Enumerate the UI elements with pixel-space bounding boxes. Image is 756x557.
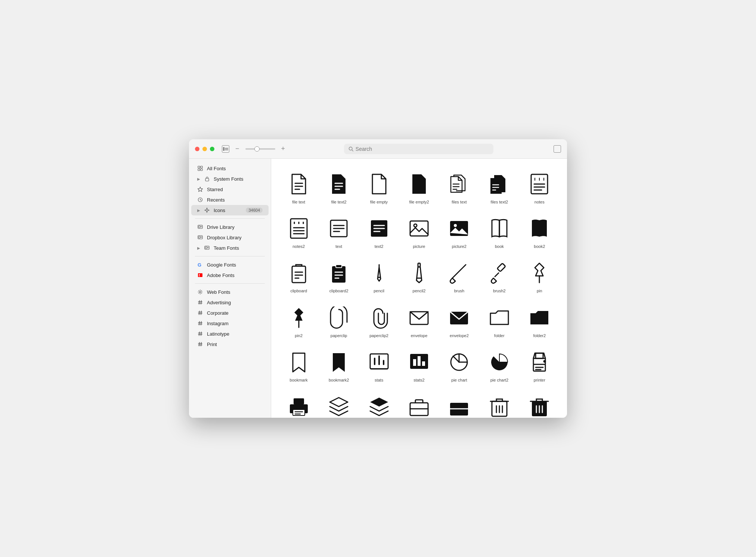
- search-input[interactable]: [356, 146, 489, 152]
- icon-label: files text: [452, 200, 467, 205]
- zoom-plus-button[interactable]: +: [280, 145, 287, 153]
- sidebar-item-print[interactable]: Print: [191, 339, 269, 349]
- sidebar-item-web-fonts[interactable]: Web Fonts: [191, 287, 269, 297]
- sidebar-item-label: Print: [207, 342, 217, 347]
- icon-item-pencil[interactable]: pencil: [360, 255, 397, 296]
- hash-icon-5: [197, 341, 203, 347]
- icon-item-pie-chart[interactable]: pie chart: [441, 344, 478, 386]
- icon-preview: [486, 304, 513, 331]
- sidebar-item-google-fonts[interactable]: G Google Fonts: [191, 259, 269, 270]
- sidebar-toggle-button[interactable]: [222, 145, 229, 153]
- svg-line-5: [352, 150, 353, 151]
- icon-item-trash2[interactable]: trash2: [521, 389, 558, 418]
- chevron-right-icon: ▶: [197, 177, 200, 181]
- icon-label: pie chart: [451, 378, 467, 383]
- grid-icon: [197, 165, 203, 171]
- icon-item-clipboard2[interactable]: clipboard2: [320, 255, 357, 296]
- icon-item-brush[interactable]: brush: [441, 255, 478, 296]
- zoom-slider[interactable]: [245, 148, 275, 150]
- icon-item-trash[interactable]: trash: [481, 389, 518, 418]
- icon-item-brush2[interactable]: brush2: [481, 255, 518, 296]
- sidebar-item-label: Icons: [214, 208, 225, 213]
- icon-item-pencil2[interactable]: pencil2: [400, 255, 437, 296]
- layout-toggle-button[interactable]: [554, 145, 561, 153]
- team-icon: [204, 245, 210, 251]
- titlebar: − +: [189, 139, 567, 159]
- icon-item-folder2[interactable]: folder2: [521, 300, 558, 341]
- icon-item-book2[interactable]: book2: [521, 211, 558, 252]
- icon-item-layers[interactable]: layers: [320, 389, 357, 418]
- zoom-minus-button[interactable]: −: [234, 145, 241, 153]
- close-button[interactable]: [195, 147, 199, 151]
- svg-line-48: [201, 342, 201, 346]
- sidebar-item-icons[interactable]: ▶ Icons 34604: [191, 205, 269, 215]
- icon-item-stats[interactable]: stats: [360, 344, 397, 386]
- icon-preview: [325, 171, 352, 197]
- icon-item-bookmark2[interactable]: bookmark2: [320, 344, 357, 386]
- icon-item-text2[interactable]: text2: [360, 211, 397, 252]
- icon-preview: [406, 393, 433, 418]
- sidebar-libraries-section: Drive Library Dropbox Library ▶ Team Fon…: [189, 222, 271, 253]
- icon-item-pie-chart2[interactable]: pie chart2: [481, 344, 518, 386]
- chevron-right-icon: ▶: [197, 208, 200, 212]
- search-bar[interactable]: [344, 144, 493, 154]
- sidebar-item-all-fonts[interactable]: All Fonts: [191, 163, 269, 174]
- icon-item-text[interactable]: text: [320, 211, 357, 252]
- sidebar-item-recents[interactable]: Recents: [191, 195, 269, 205]
- svg-line-14: [200, 200, 201, 200]
- sidebar-item-label: Adobe Fonts: [207, 273, 235, 278]
- icon-item-briefcase2[interactable]: briefcase2: [441, 389, 478, 418]
- icon-label: book: [495, 244, 504, 249]
- icon-item-pin2[interactable]: pin2: [280, 300, 317, 341]
- sidebar-item-system-fonts[interactable]: ▶ System Fonts: [191, 174, 269, 184]
- icon-item-layers2[interactable]: layers2: [360, 389, 397, 418]
- icon-item-printer2[interactable]: printer2: [280, 389, 317, 418]
- icon-item-file-text[interactable]: file text: [280, 166, 317, 208]
- icon-preview: [486, 349, 513, 376]
- svg-rect-124: [293, 410, 305, 416]
- icon-item-file-empty2[interactable]: file empty2: [400, 166, 437, 208]
- icon-item-printer[interactable]: printer: [521, 344, 558, 386]
- icon-item-paperclip2[interactable]: paperclip2: [360, 300, 397, 341]
- sidebar-item-dropbox-library[interactable]: Dropbox Library: [191, 232, 269, 243]
- svg-rect-70: [291, 219, 307, 238]
- svg-line-35: [199, 311, 199, 315]
- icon-item-clipboard[interactable]: clipboard: [280, 255, 317, 296]
- icon-item-file-empty[interactable]: file empty: [360, 166, 397, 208]
- icon-item-notes[interactable]: notes: [521, 166, 558, 208]
- icon-item-bookmark[interactable]: bookmark: [280, 344, 317, 386]
- maximize-button[interactable]: [210, 147, 214, 151]
- icon-item-notes2[interactable]: notes2: [280, 211, 317, 252]
- minimize-button[interactable]: [202, 147, 207, 151]
- sidebar-item-instagram[interactable]: Instagram: [191, 318, 269, 329]
- adobe-icon: f: [197, 272, 203, 278]
- icon-item-picture[interactable]: picture: [400, 211, 437, 252]
- sidebar-item-advertising[interactable]: Advertising: [191, 297, 269, 308]
- sidebar-item-team-fonts[interactable]: ▶ Team Fonts: [191, 243, 269, 253]
- icon-item-files-text[interactable]: files text: [441, 166, 478, 208]
- svg-line-31: [199, 301, 199, 304]
- sidebar-item-label: Starred: [207, 187, 223, 192]
- icon-item-envelope2[interactable]: envelope2: [441, 300, 478, 341]
- icon-item-picture2[interactable]: picture2: [441, 211, 478, 252]
- icon-item-folder[interactable]: folder: [481, 300, 518, 341]
- sidebar-item-drive-library[interactable]: Drive Library: [191, 222, 269, 232]
- icon-item-briefcase[interactable]: briefcase: [400, 389, 437, 418]
- icon-item-files-text2[interactable]: files text2: [481, 166, 518, 208]
- icon-item-book[interactable]: book: [481, 211, 518, 252]
- icon-item-envelope[interactable]: envelope: [400, 300, 437, 341]
- icon-preview: [366, 304, 393, 331]
- icon-item-file-text2[interactable]: file text2: [320, 166, 357, 208]
- icon-item-pin[interactable]: pin: [521, 255, 558, 296]
- svg-line-32: [201, 301, 201, 304]
- icon-item-paperclip[interactable]: paperclip: [320, 300, 357, 341]
- icon-item-stats2[interactable]: stats2: [400, 344, 437, 386]
- sidebar-item-starred[interactable]: Starred: [191, 184, 269, 195]
- icon-label: stats: [375, 378, 383, 383]
- sidebar-item-latinotype[interactable]: Latinotype: [191, 329, 269, 339]
- svg-rect-119: [536, 353, 543, 358]
- icon-preview: [446, 215, 472, 242]
- sidebar-item-adobe-fonts[interactable]: f Adobe Fonts: [191, 270, 269, 280]
- lock-icon: [204, 176, 210, 182]
- sidebar-item-corporate[interactable]: Corporate: [191, 308, 269, 318]
